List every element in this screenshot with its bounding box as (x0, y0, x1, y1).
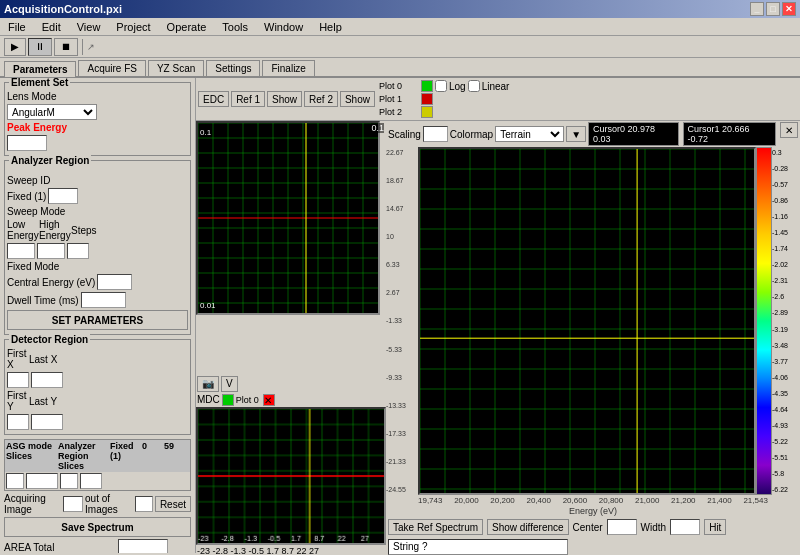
sweep-id-row: Sweep ID (7, 175, 188, 186)
cb-label-20: -5.8 (772, 470, 800, 477)
detector-y-values: 1 900 (7, 414, 188, 430)
last-y-input[interactable]: 900 (31, 414, 63, 430)
cb-label-4: -1.16 (772, 213, 800, 220)
analyzer-region-group: Analyzer Region Sweep ID Fixed (1) 1 Swe… (4, 160, 191, 335)
detector-region-title: Detector Region (9, 334, 90, 345)
last-x-input[interactable]: 1004 (31, 372, 63, 388)
scaling-input[interactable]: 1 (423, 126, 448, 142)
cursor1-info: Cursor1 20.666 -0.72 (683, 122, 776, 146)
image-count-input[interactable]: 0 (63, 496, 83, 512)
last-x-label: Last X (29, 354, 59, 365)
cb-label-13: -3.77 (772, 358, 800, 365)
linear-checkbox[interactable] (468, 80, 480, 92)
cb-label-1: -0.28 (772, 165, 800, 172)
center-input[interactable]: 0 (607, 519, 637, 535)
central-energy-input[interactable]: 20.8 (97, 274, 132, 290)
colormap-expand[interactable]: ▼ (566, 126, 586, 142)
tab-settings[interactable]: Settings (206, 60, 260, 76)
x-label-0: 19,743 (418, 496, 442, 505)
hit-button[interactable]: Hit (704, 519, 726, 535)
menu-file[interactable]: File (4, 20, 30, 34)
peak-energy-value-row: 17 (7, 135, 188, 151)
main-plot-canvas[interactable] (418, 147, 756, 495)
steps-input[interactable]: 1 (67, 243, 89, 259)
x-label-6: 21,000 (635, 496, 659, 505)
cb-label-17: -4.93 (772, 422, 800, 429)
plot1-label: Plot 1 (379, 94, 419, 104)
edc-button[interactable]: EDC (198, 91, 229, 107)
menu-operate[interactable]: Operate (163, 20, 211, 34)
mdc-canvas[interactable] (196, 407, 386, 545)
plot2-row: Plot 2 (379, 106, 510, 118)
dwell-input[interactable]: 1000 (81, 292, 126, 308)
save-spectrum-button[interactable]: Save Spectrum (4, 517, 191, 537)
x-axis-title: Energy (eV) (386, 506, 800, 516)
menu-bar: File Edit View Project Operate Tools Win… (0, 18, 800, 36)
play-button[interactable]: ▶ (4, 38, 26, 56)
analyzer-input[interactable]: 980 (26, 473, 58, 489)
edc-canvas[interactable] (196, 121, 380, 315)
minimize-button[interactable]: _ (750, 2, 764, 16)
colormap-select[interactable]: Terrain (495, 126, 564, 142)
images-count-input[interactable]: 1 (135, 496, 153, 512)
cb-label-0: 0.3 (772, 149, 800, 156)
tab-finalize[interactable]: Finalize (262, 60, 314, 76)
high-energy-input[interactable]: 21 (37, 243, 65, 259)
main-content: Element Set Lens Mode AngularM Peak Ener… (0, 78, 800, 553)
string-area: String ? (386, 537, 800, 555)
maximize-button[interactable]: □ (766, 2, 780, 16)
tab-acquire-fs[interactable]: Acquire FS (78, 60, 145, 76)
reset-button[interactable]: Reset (155, 496, 191, 512)
ref1-button[interactable]: Ref 1 (231, 91, 265, 107)
show2-button[interactable]: Show (340, 91, 375, 107)
left-plots: 0.1 📷 V MDC Plot 0 ✕ -23 -2.8 (196, 121, 386, 555)
pause-button[interactable]: ⏸ (28, 38, 52, 56)
menu-project[interactable]: Project (112, 20, 154, 34)
y-label-3: 10 (386, 233, 418, 240)
show1-button[interactable]: Show (267, 91, 302, 107)
colormap-label: Colormap (450, 129, 493, 140)
first-x-input[interactable]: 1 (7, 372, 29, 388)
main-plot-area: 22.67 18.67 14.67 10 6.33 2.67 -1.33 -5.… (386, 147, 800, 495)
stop-button[interactable]: ⏹ (54, 38, 78, 56)
ref2-button[interactable]: Ref 2 (304, 91, 338, 107)
cursor1-label: Cursor1 (688, 124, 720, 134)
menu-view[interactable]: View (73, 20, 105, 34)
first-x-label: First X (7, 348, 27, 370)
tab-parameters[interactable]: Parameters (4, 61, 76, 77)
first-y-input[interactable]: 1 (7, 414, 29, 430)
v-button[interactable]: V (221, 376, 238, 392)
x-label-1: 20,000 (454, 496, 478, 505)
y-label-11: -21.33 (386, 458, 418, 465)
tab-yz-scan[interactable]: YZ Scan (148, 60, 204, 76)
show-diff-button[interactable]: Show difference (487, 519, 569, 535)
log-checkbox[interactable] (435, 80, 447, 92)
energy-range-row: Low Energy High Energy Steps (7, 219, 188, 241)
menu-window[interactable]: Window (260, 20, 307, 34)
menu-help[interactable]: Help (315, 20, 346, 34)
fixed-input[interactable]: 1 (48, 188, 78, 204)
main-plots: 0.1 📷 V MDC Plot 0 ✕ -23 -2.8 (196, 121, 800, 555)
camera-button[interactable]: 📷 (197, 376, 219, 392)
lens-mode-select[interactable]: AngularM (7, 104, 97, 120)
peak-energy-input[interactable]: 17 (7, 135, 47, 151)
set-parameters-button[interactable]: SET PARAMETERS (7, 310, 188, 330)
low-energy-input[interactable]: 17 (7, 243, 35, 259)
menu-tools[interactable]: Tools (218, 20, 252, 34)
menu-edit[interactable]: Edit (38, 20, 65, 34)
area-total-label: AREA Total (4, 542, 114, 553)
cb-label-10: -2.89 (772, 309, 800, 316)
close-plot-button[interactable]: ✕ (780, 122, 798, 138)
take-ref-button[interactable]: Take Ref Spectrum (388, 519, 483, 535)
detector-y-labels: First Y Last Y (7, 390, 188, 412)
asg-input[interactable]: 15 (6, 473, 24, 489)
central-energy-row: Central Energy (eV) 20.8 (7, 274, 188, 290)
dwell-col-input[interactable]: 59 (80, 473, 102, 489)
close-button[interactable]: ✕ (782, 2, 796, 16)
x-axis-labels: 19,743 20,000 20,200 20,400 20,600 20,80… (386, 495, 800, 506)
left-panel: Element Set Lens Mode AngularM Peak Ener… (0, 78, 196, 553)
width-input[interactable]: 0 (670, 519, 700, 535)
y-label-6: -1.33 (386, 317, 418, 324)
area-total-value[interactable]: 0 (118, 539, 168, 553)
central-col-input[interactable]: 0 (60, 473, 78, 489)
